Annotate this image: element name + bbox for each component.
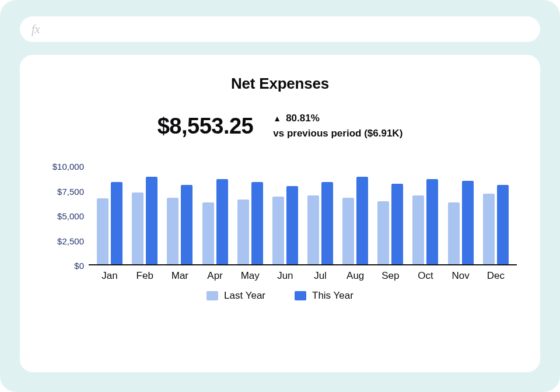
bar-last-year [237,200,249,264]
bar-group [132,166,158,264]
bar-last-year [483,194,495,264]
kpi-compare: vs previous period ($6.91K) [273,128,402,139]
bar-group [237,166,263,264]
bar-last-year [97,198,108,264]
bar-last-year [307,195,319,264]
bar-this-year [391,184,403,264]
bar-group [167,166,192,264]
plot [89,166,517,265]
x-tick-label: Mar [167,270,192,282]
bar-last-year [412,195,424,264]
plot-row: $0$2,500$5,000$7,500$10,000 [43,166,517,265]
bar-last-year [202,202,214,264]
bar-last-year [272,197,284,264]
legend-label-last-year: Last Year [224,290,265,302]
chart-title: Net Expenses [43,75,517,93]
bar-this-year [181,185,192,264]
x-tick-label: Feb [132,270,158,282]
chart-area: $0$2,500$5,000$7,500$10,000 JanFebMarApr… [43,166,517,355]
bar-last-year [167,198,178,264]
bar-group [412,166,438,264]
bar-this-year [497,185,509,264]
bar-this-year [216,179,228,264]
bar-group [307,166,333,264]
kpi-meta: ▲ 80.81% vs previous period ($6.91K) [273,113,402,139]
bar-this-year [286,186,298,264]
x-tick-label: Jun [272,270,298,282]
swatch-last-year [206,291,218,300]
bar-group [202,166,228,264]
x-axis-row: JanFebMarAprMayJunJulAugSepOctNovDec [43,270,517,282]
bar-this-year [462,181,474,264]
y-tick-label: $7,500 [57,186,84,196]
formula-bar[interactable]: fx [20,16,540,42]
bar-last-year [342,198,354,264]
x-tick-label: Sep [377,270,403,282]
x-axis-labels: JanFebMarAprMayJunJulAugSepOctNovDec [89,270,517,282]
bar-last-year [448,202,460,264]
bar-groups [89,166,517,264]
x-tick-label: Apr [202,270,228,282]
bar-group [448,166,474,264]
kpi-value: $8,553.25 [158,114,254,139]
bar-group [377,166,403,264]
bar-this-year [111,182,123,264]
bar-this-year [426,179,438,264]
bar-this-year [356,177,368,264]
x-tick-label: Nov [448,270,474,282]
y-tick-label: $2,500 [57,236,84,246]
bar-group [342,166,368,264]
y-tick-label: $10,000 [52,162,84,172]
kpi-delta-pct: 80.81% [286,113,320,124]
bar-this-year [251,182,263,264]
x-tick-label: Jul [307,270,333,282]
legend-item-last-year: Last Year [206,290,265,302]
bar-group [97,166,123,264]
bar-last-year [132,192,144,264]
bar-this-year [146,177,158,264]
bar-group [483,166,509,264]
kpi-delta: ▲ 80.81% [273,113,402,124]
legend-item-this-year: This Year [295,290,354,302]
x-tick-label: Aug [342,270,368,282]
x-tick-label: Jan [97,270,123,282]
up-triangle-icon: ▲ [273,114,281,123]
legend: Last Year This Year [43,290,517,302]
swatch-this-year [295,291,306,300]
kpi-row: $8,553.25 ▲ 80.81% vs previous period ($… [43,113,517,139]
x-tick-label: Oct [412,270,438,282]
bar-group [272,166,298,264]
page-background: fx Net Expenses $8,553.25 ▲ 80.81% vs pr… [0,0,560,392]
bar-this-year [321,182,333,264]
legend-label-this-year: This Year [312,290,354,302]
x-axis-spacer [43,270,89,282]
chart-card: Net Expenses $8,553.25 ▲ 80.81% vs previ… [20,55,540,372]
fx-icon: fx [32,23,40,36]
bar-last-year [377,201,389,264]
x-tick-label: May [237,270,263,282]
y-axis: $0$2,500$5,000$7,500$10,000 [43,166,89,265]
x-tick-label: Dec [483,270,509,282]
y-tick-label: $0 [74,261,84,271]
y-tick-label: $5,000 [57,211,84,221]
